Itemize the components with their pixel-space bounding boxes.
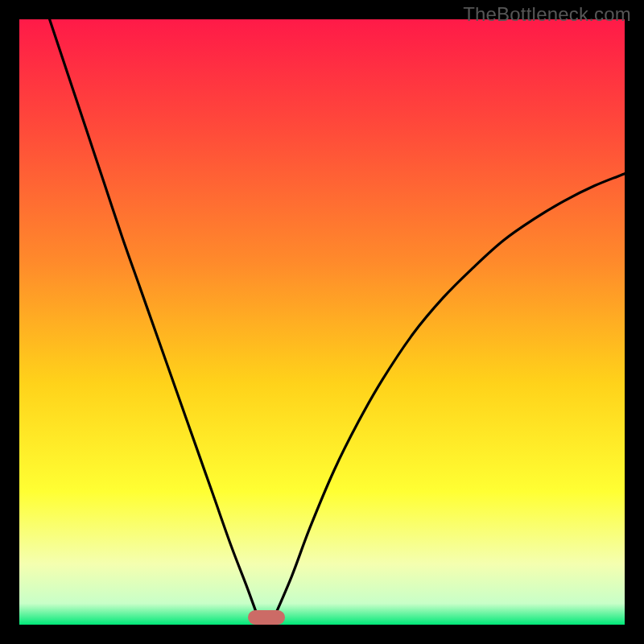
left-curve <box>50 19 258 618</box>
right-curve <box>274 174 625 619</box>
plot-area <box>19 19 625 625</box>
chart-frame: TheBottleneck.com <box>0 0 644 644</box>
bottleneck-marker <box>248 610 286 625</box>
watermark-text: TheBottleneck.com <box>463 3 631 26</box>
curves-layer <box>19 19 625 625</box>
